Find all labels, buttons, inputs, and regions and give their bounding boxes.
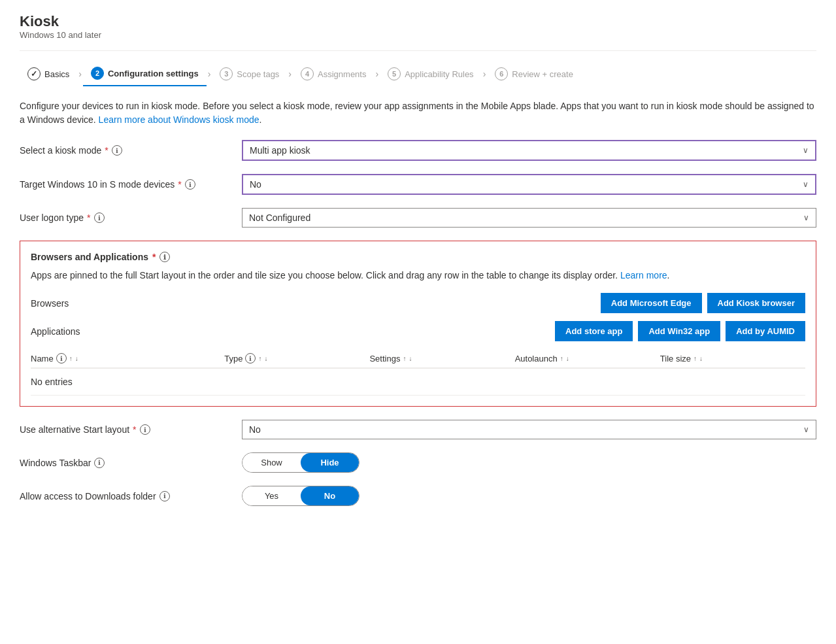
col-type[interactable]: Type ℹ ↑ ↓ — [224, 353, 369, 364]
target-windows-dropdown-container: No ∨ — [242, 174, 816, 195]
kiosk-mode-dropdown[interactable]: Multi app kiosk ∨ — [242, 140, 816, 161]
user-logon-dropdown-container: Not Configured ∨ — [242, 208, 816, 228]
page-subtitle: Windows 10 and later — [20, 30, 816, 40]
tab-review[interactable]: 6 Review + create — [487, 62, 581, 86]
kiosk-mode-dropdown-container: Multi app kiosk ∨ — [242, 140, 816, 161]
user-logon-label: User logon type * ℹ — [20, 212, 242, 223]
col-tilesize[interactable]: Tile size ↑ ↓ — [660, 353, 805, 364]
browsers-btn-row: Browsers Add Microsoft Edge Add Kiosk br… — [31, 293, 805, 313]
col-autolaunch[interactable]: Autolaunch ↑ ↓ — [515, 353, 660, 364]
tab-review-label: Review + create — [512, 69, 573, 79]
windows-taskbar-toggle: Show Hide — [242, 452, 816, 473]
browsers-learn-more-link[interactable]: Learn more — [620, 270, 667, 280]
col-autolaunch-sort-down-icon[interactable]: ↓ — [566, 355, 569, 362]
tab-applicability-label: Applicability Rules — [405, 69, 474, 79]
browsers-btn-group: Add Microsoft Edge Add Kiosk browser — [601, 293, 805, 313]
applications-btn-row: Applications Add store app Add Win32 app… — [31, 321, 805, 341]
kiosk-mode-row: Select a kiosk mode * ℹ Multi app kiosk … — [20, 140, 816, 161]
windows-taskbar-row: Windows Taskbar ℹ Show Hide — [20, 452, 816, 473]
wizard-nav: ✓ Basics › 2 Configuration settings › 3 … — [20, 61, 816, 86]
page-title: Kiosk — [20, 13, 816, 30]
tab-basics-circle: ✓ — [27, 67, 41, 80]
applications-btn-group: Add store app Add Win32 app Add by AUMID — [555, 321, 805, 341]
alt-start-label: Use alternative Start layout * ℹ — [20, 424, 242, 435]
target-windows-row: Target Windows 10 in S mode devices * ℹ … — [20, 174, 816, 195]
user-logon-info-icon: ℹ — [94, 212, 105, 223]
tab-configuration-circle: 2 — [91, 67, 104, 80]
add-by-aumid-button[interactable]: Add by AUMID — [726, 321, 805, 341]
browsers-section-info-icon: ℹ — [159, 252, 170, 262]
learn-more-link[interactable]: Learn more about Windows kiosk mode — [99, 114, 259, 125]
tab-scope[interactable]: 3 Scope tags — [212, 62, 287, 86]
taskbar-show-option[interactable]: Show — [242, 453, 301, 472]
browsers-section-title: Browsers and Applications * ℹ — [31, 252, 805, 262]
taskbar-hide-option[interactable]: Hide — [301, 453, 359, 472]
col-settings-sort-down-icon[interactable]: ↓ — [409, 355, 412, 362]
col-tilesize-sort-up-icon[interactable]: ↑ — [694, 355, 697, 362]
add-store-app-button[interactable]: Add store app — [555, 321, 633, 341]
kiosk-mode-label: Select a kiosk mode * ℹ — [20, 145, 242, 156]
tab-basics-label: Basics — [44, 69, 69, 79]
alt-start-row: Use alternative Start layout * ℹ No ∨ — [20, 420, 816, 439]
description-text: Configure your devices to run in kiosk m… — [20, 99, 816, 127]
alt-start-dropdown[interactable]: No ∨ — [242, 420, 816, 439]
alt-start-dropdown-container: No ∨ — [242, 420, 816, 439]
kiosk-mode-chevron-icon: ∨ — [803, 146, 809, 155]
user-logon-dropdown[interactable]: Not Configured ∨ — [242, 208, 816, 228]
downloads-folder-toggle: Yes No — [242, 486, 816, 506]
tab-review-circle: 6 — [495, 67, 508, 80]
tab-basics[interactable]: ✓ Basics — [20, 62, 77, 86]
downloads-folder-label: Allow access to Downloads folder ℹ — [20, 491, 242, 501]
target-windows-dropdown[interactable]: No ∨ — [242, 174, 816, 195]
col-settings[interactable]: Settings ↑ ↓ — [369, 353, 514, 364]
browsers-section: Browsers and Applications * ℹ Apps are p… — [20, 241, 816, 407]
target-windows-info-icon: ℹ — [185, 179, 195, 190]
tab-applicability-circle: 5 — [388, 67, 401, 80]
target-windows-chevron-icon: ∨ — [803, 180, 809, 189]
apps-table: Name ℹ ↑ ↓ Type ℹ ↑ ↓ Settings ↑ ↓ A — [31, 349, 805, 396]
col-tilesize-sort-down-icon[interactable]: ↓ — [699, 355, 703, 362]
header-divider — [20, 50, 816, 51]
table-header: Name ℹ ↑ ↓ Type ℹ ↑ ↓ Settings ↑ ↓ A — [31, 349, 805, 368]
taskbar-toggle-switch[interactable]: Show Hide — [242, 452, 359, 473]
tab-assignments[interactable]: 4 Assignments — [293, 62, 374, 86]
col-name[interactable]: Name ℹ ↑ ↓ — [31, 353, 224, 364]
col-type-sort-up-icon[interactable]: ↑ — [258, 355, 261, 362]
col-type-info-icon: ℹ — [245, 353, 256, 364]
table-footer-divider — [31, 395, 805, 396]
tab-configuration-label: Configuration settings — [108, 69, 199, 78]
page-header: Kiosk Windows 10 and later — [20, 13, 816, 40]
target-windows-label: Target Windows 10 in S mode devices * ℹ — [20, 179, 242, 190]
col-name-sort-down-icon[interactable]: ↓ — [75, 355, 78, 362]
kiosk-mode-info-icon: ℹ — [112, 145, 122, 156]
browsers-label: Browsers — [31, 298, 109, 309]
applications-label: Applications — [31, 326, 109, 337]
tab-configuration[interactable]: 2 Configuration settings — [83, 61, 207, 86]
add-microsoft-edge-button[interactable]: Add Microsoft Edge — [601, 293, 702, 313]
tab-assignments-circle: 4 — [301, 67, 314, 80]
user-logon-chevron-icon: ∨ — [803, 213, 809, 222]
table-empty-message: No entries — [31, 369, 805, 395]
add-kiosk-browser-button[interactable]: Add Kiosk browser — [707, 293, 805, 313]
downloads-yes-option[interactable]: Yes — [242, 486, 301, 505]
col-autolaunch-sort-up-icon[interactable]: ↑ — [560, 355, 563, 362]
tab-assignments-label: Assignments — [318, 69, 366, 79]
alt-start-chevron-icon: ∨ — [803, 425, 809, 434]
browsers-section-desc: Apps are pinned to the full Start layout… — [31, 269, 805, 282]
windows-taskbar-label: Windows Taskbar ℹ — [20, 458, 242, 468]
col-name-sort-up-icon[interactable]: ↑ — [69, 355, 73, 362]
user-logon-row: User logon type * ℹ Not Configured ∨ — [20, 208, 816, 228]
windows-taskbar-info-icon: ℹ — [94, 458, 105, 468]
downloads-folder-info-icon: ℹ — [159, 491, 170, 501]
add-win32-app-button[interactable]: Add Win32 app — [638, 321, 720, 341]
downloads-toggle-switch[interactable]: Yes No — [242, 486, 359, 506]
tab-scope-label: Scope tags — [237, 69, 279, 79]
alt-start-info-icon: ℹ — [140, 424, 150, 435]
col-type-sort-down-icon[interactable]: ↓ — [264, 355, 267, 362]
tab-scope-circle: 3 — [220, 67, 233, 80]
tab-applicability[interactable]: 5 Applicability Rules — [380, 62, 482, 86]
col-name-info-icon: ℹ — [56, 353, 67, 364]
downloads-no-option[interactable]: No — [301, 486, 359, 505]
downloads-folder-row: Allow access to Downloads folder ℹ Yes N… — [20, 486, 816, 506]
col-settings-sort-up-icon[interactable]: ↑ — [403, 355, 406, 362]
